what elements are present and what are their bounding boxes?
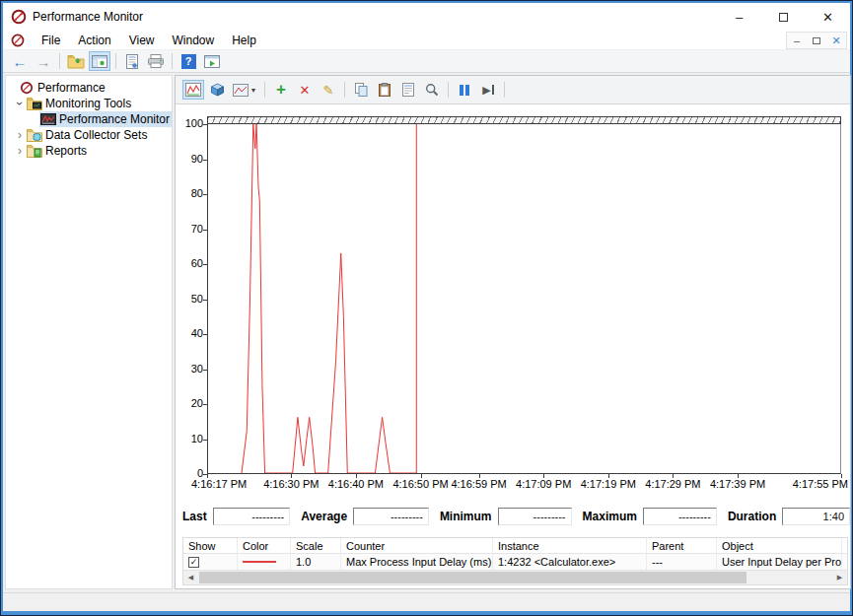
back-button[interactable]: ← (9, 51, 31, 71)
chart-toolbar: ▼ + ✕ ✎ (176, 76, 850, 104)
highlight-button[interactable]: ✎ (318, 80, 339, 100)
col-show[interactable]: Show (183, 538, 238, 554)
new-window-button[interactable] (201, 51, 223, 71)
menu-view[interactable]: View (120, 32, 164, 49)
export-list-button[interactable] (121, 51, 143, 71)
chart-svg (208, 124, 840, 473)
minimize-button[interactable]: – (717, 3, 761, 31)
menu-file[interactable]: File (33, 32, 69, 49)
x-axis-label: 4:16:30 PM (263, 478, 319, 490)
print-button[interactable] (145, 51, 167, 71)
tree-item-label: Reports (45, 144, 87, 158)
zoom-button[interactable] (421, 80, 443, 100)
col-counter[interactable]: Counter (341, 538, 493, 554)
counter-table: Show Color Scale Counter Instance Parent… (182, 537, 848, 585)
chevron-collapsed-icon[interactable]: › (14, 129, 26, 141)
folder-up-icon (67, 54, 85, 69)
perfmon-logo-icon (19, 81, 35, 95)
y-axis-label: 90 (176, 153, 203, 167)
window-play-icon (204, 55, 220, 68)
x-axis-label: 4:17:09 PM (516, 478, 571, 490)
back-icon: ← (13, 53, 28, 70)
tree-item-data-collector-sets[interactable]: › Data Collector Sets (6, 127, 172, 143)
instance-value: 1:4232 <Calculator.exe> (493, 554, 647, 570)
y-axis-label: 70 (176, 223, 203, 237)
view-current-activity-button[interactable] (182, 80, 204, 100)
scroll-left-arrow[interactable]: ◀ (183, 571, 198, 584)
copy-icon (355, 83, 368, 97)
show-console-tree-button[interactable] (89, 51, 110, 71)
cube-icon (210, 83, 225, 97)
menu-action[interactable]: Action (69, 32, 119, 49)
update-data-button[interactable]: ▶ (477, 80, 499, 100)
tree-item-reports[interactable]: › Reports (6, 143, 172, 159)
printer-icon (148, 54, 164, 68)
x-axis-label: 4:17:29 PM (645, 478, 700, 490)
properties-icon (402, 83, 414, 97)
status-strip (3, 592, 850, 610)
object-value: User Input Delay per Proc (717, 554, 842, 570)
counter-row[interactable]: ✓ 1.0 Max Process Input Delay (ms) 1:423… (183, 554, 847, 570)
show-checkbox[interactable]: ✓ (188, 557, 199, 568)
col-computer[interactable] (842, 538, 847, 554)
tree-item-label: Performance (37, 81, 106, 95)
minimum-value: --------- (498, 508, 572, 525)
magnifier-icon (425, 83, 439, 97)
performance-monitor-window: Performance Monitor – ✕ File Action View… (0, 0, 853, 616)
last-value: --------- (213, 508, 291, 525)
copy-properties-button[interactable] (350, 80, 372, 100)
scroll-right-arrow[interactable]: ▶ (832, 571, 847, 584)
menu-help[interactable]: Help (223, 32, 265, 49)
chevron-expanded-icon[interactable]: › (14, 98, 26, 109)
help-button[interactable]: ? (178, 51, 199, 71)
col-scale[interactable]: Scale (291, 538, 341, 554)
play-step-icon: ▶ (482, 84, 490, 97)
x-axis-label: 4:16:40 PM (328, 478, 384, 490)
paste-counter-list-button[interactable] (374, 80, 395, 100)
col-parent[interactable]: Parent (647, 538, 717, 554)
change-graph-type-button[interactable]: ▼ (230, 80, 259, 100)
toolbar-separator (115, 53, 116, 69)
maximize-button[interactable] (761, 3, 806, 31)
freeze-display-button[interactable] (454, 80, 475, 100)
tree-item-performance-monitor[interactable]: Performance Monitor (6, 111, 172, 127)
close-button[interactable]: ✕ (806, 3, 850, 31)
tree-item-label: Monitoring Tools (45, 97, 131, 110)
tree-item-label: Performance Monitor (59, 112, 170, 126)
forward-button[interactable]: → (33, 51, 54, 71)
perfmon-logo-icon (11, 9, 27, 25)
forward-icon: → (36, 53, 51, 70)
col-instance[interactable]: Instance (493, 538, 647, 554)
view-log-data-button[interactable] (206, 80, 228, 100)
horizontal-scrollbar[interactable]: ◀ ▶ (183, 570, 847, 584)
mdi-minimize-button[interactable]: – (787, 33, 807, 48)
line-chart-icon (185, 83, 201, 97)
menu-window[interactable]: Window (164, 32, 224, 49)
tree-item-performance[interactable]: Performance (6, 80, 172, 96)
x-axis-label: 4:16:50 PM (392, 478, 448, 490)
main-toolbar: ← → (3, 50, 850, 73)
col-object[interactable]: Object (717, 538, 842, 554)
y-axis-label: 80 (176, 187, 203, 201)
scrollbar-thumb[interactable] (199, 572, 746, 583)
counter-series-line (242, 124, 416, 473)
dropdown-arrow-icon: ▼ (250, 87, 257, 94)
x-axis-label: 4:17:19 PM (581, 478, 636, 490)
add-counter-button[interactable]: + (270, 80, 292, 100)
tree-item-monitoring-tools[interactable]: › Monitoring Tools (6, 96, 172, 111)
perfmon-chart-icon (40, 112, 56, 126)
console-window-icon (92, 55, 107, 68)
y-axis-label: 20 (176, 397, 203, 411)
properties-button[interactable] (397, 80, 419, 100)
col-color[interactable]: Color (238, 538, 291, 554)
counter-color-swatch (243, 561, 276, 563)
window-title: Performance Monitor (33, 10, 143, 24)
delete-counter-button[interactable]: ✕ (294, 80, 316, 100)
mdi-close-button[interactable]: ✕ (826, 33, 846, 48)
folder-monitor-icon (27, 97, 42, 110)
titlebar: Performance Monitor – ✕ (3, 3, 850, 31)
chevron-collapsed-icon[interactable]: › (14, 145, 26, 157)
mdi-restore-button[interactable] (807, 33, 826, 48)
maximize-icon (779, 13, 788, 22)
up-one-level-button[interactable] (65, 51, 87, 71)
